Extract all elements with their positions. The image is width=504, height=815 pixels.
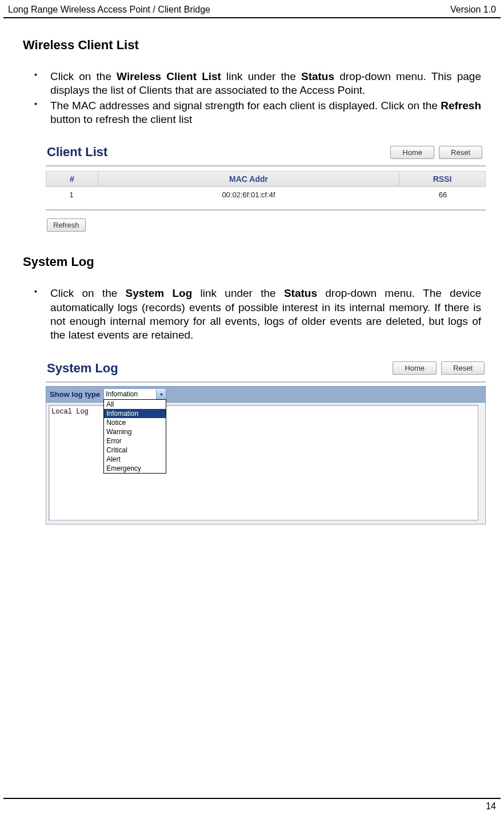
select-option[interactable]: Warning: [104, 427, 166, 436]
text-bold: System Log: [126, 287, 193, 299]
select-option[interactable]: Critical: [104, 446, 166, 455]
text-bold: Status: [284, 287, 317, 299]
select-value: Infomation: [106, 390, 138, 398]
select-options-popup: All Infomation Notice Warning Error Crit…: [103, 399, 166, 474]
bullet-list-syslog: Click on the System Log link under the S…: [23, 287, 481, 342]
text: link under the: [192, 287, 284, 299]
client-table: # MAC Addr RSSI 1 00:02:6f:01:cf:4f 66: [46, 171, 486, 202]
table-header-row: # MAC Addr RSSI: [46, 171, 486, 187]
screenshot-system-log: System Log Home Reset Show log type Info…: [46, 359, 486, 524]
select-option[interactable]: Notice: [104, 418, 166, 427]
panel-title: System Log: [47, 361, 118, 376]
reset-button[interactable]: Reset: [439, 146, 482, 159]
reset-button[interactable]: Reset: [441, 361, 485, 375]
page-footer: 14: [3, 798, 501, 812]
section-title-system-log: System Log: [23, 255, 481, 269]
select-option[interactable]: Infomation: [104, 409, 166, 418]
cell-number: 1: [46, 190, 97, 199]
select-option[interactable]: Error: [104, 436, 166, 446]
home-button[interactable]: Home: [393, 361, 437, 375]
panel-title: Client List: [47, 145, 107, 160]
table-row: 1 00:02:6f:01:cf:4f 66: [46, 187, 486, 202]
panel-header: System Log Home Reset: [46, 359, 486, 383]
list-item: Click on the System Log link under the S…: [34, 287, 481, 342]
divider: [46, 209, 486, 210]
text: Click on the: [50, 70, 117, 82]
select-option[interactable]: All: [104, 400, 166, 409]
list-item: Click on the Wireless Client List link u…: [34, 70, 481, 98]
screenshot-client-list: Client List Home Reset # MAC Addr RSSI 1…: [46, 142, 486, 232]
panel-header: Client List Home Reset: [46, 142, 486, 166]
home-button[interactable]: Home: [390, 146, 434, 159]
show-log-type-label: Show log type: [50, 390, 100, 399]
chevron-down-icon: ▾: [156, 389, 166, 399]
cell-rssi: 66: [400, 190, 486, 199]
page-header: Long Range Wireless Access Point / Clien…: [3, 0, 501, 18]
text: button to refresh the client list: [50, 113, 192, 125]
log-type-bar: Show log type Infomation ▾ All Infomatio…: [46, 386, 486, 403]
text: link under the: [221, 70, 301, 82]
refresh-button[interactable]: Refresh: [47, 218, 86, 232]
text-bold: Status: [301, 70, 334, 82]
col-header-number: #: [46, 172, 98, 186]
select-option[interactable]: Emergency: [104, 464, 166, 473]
bullet-list-wcl: Click on the Wireless Client List link u…: [23, 70, 481, 126]
text-bold: Refresh: [441, 100, 481, 112]
col-header-rssi: RSSI: [399, 172, 486, 186]
text: The MAC addresses and signal strength fo…: [50, 100, 441, 112]
page-number: 14: [3, 799, 501, 812]
col-header-mac: MAC Addr: [98, 172, 399, 186]
cell-mac: 00:02:6f:01:cf:4f: [97, 190, 400, 199]
text: Click on the: [50, 287, 126, 299]
doc-title-left: Long Range Wireless Access Point / Clien…: [8, 5, 210, 15]
log-type-select[interactable]: Infomation ▾ All Infomation Notice Warni…: [103, 388, 166, 400]
section-title-wireless-client-list: Wireless Client List: [23, 38, 481, 53]
list-item: The MAC addresses and signal strength fo…: [34, 99, 481, 127]
doc-title-right: Version 1.0: [450, 5, 496, 15]
select-option[interactable]: Alert: [104, 455, 166, 464]
text-bold: Wireless Client List: [117, 70, 221, 82]
